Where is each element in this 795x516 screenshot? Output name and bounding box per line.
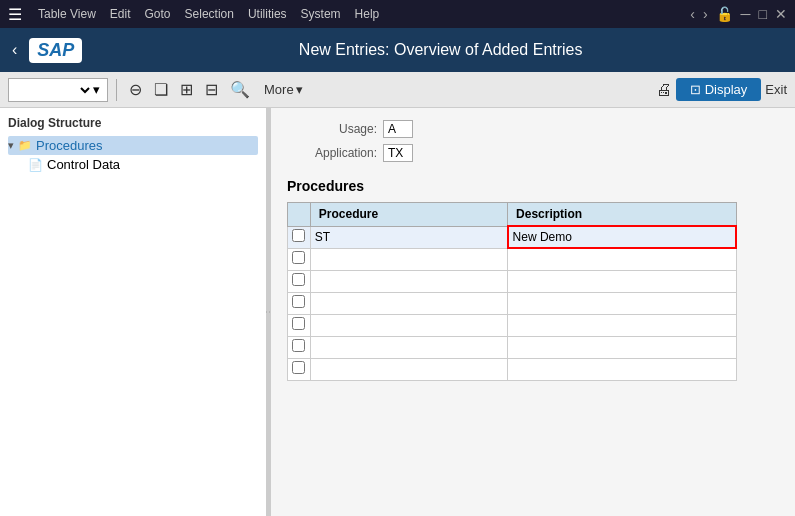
table-header-description: Description (508, 203, 736, 227)
toolbar-minus-button[interactable]: ⊖ (125, 78, 146, 101)
toolbar-grid-button[interactable]: ⊞ (176, 78, 197, 101)
row-procedure (310, 358, 507, 380)
row-checkbox[interactable] (292, 361, 305, 374)
row-checkbox[interactable] (292, 251, 305, 264)
nav-arrows: ‹ › 🔓 ─ □ ✕ (690, 6, 787, 22)
toolbar: ▾ ⊖ ❏ ⊞ ⊟ 🔍 More ▾ 🖨 ⊡ Display Exit (0, 72, 795, 108)
tree-folder-open-icon: 📁 (18, 139, 32, 152)
row-description[interactable] (508, 248, 736, 270)
sidebar-structure-title: Dialog Structure (8, 116, 258, 130)
row-checkbox[interactable] (292, 295, 305, 308)
row-description[interactable]: New Demo (508, 226, 736, 248)
display-label: Display (705, 82, 748, 97)
row-checkbox-cell (288, 270, 311, 292)
row-description[interactable] (508, 336, 736, 358)
row-description[interactable] (508, 270, 736, 292)
row-checkbox[interactable] (292, 339, 305, 352)
tree-folder-icon: 📄 (28, 158, 43, 172)
table-header-row: Procedure Description (288, 203, 737, 227)
toolbar-exit-button[interactable]: Exit (765, 82, 787, 97)
toolbar-copy-button[interactable]: ❏ (150, 78, 172, 101)
sidebar-control-data-label: Control Data (47, 157, 120, 172)
procedures-table: Procedure Description STNew Demo (287, 202, 737, 381)
usage-row: Usage: A (287, 120, 779, 138)
menu-goto[interactable]: Goto (145, 7, 171, 21)
toolbar-dropdown[interactable]: ▾ (8, 78, 108, 102)
row-checkbox[interactable] (292, 273, 305, 286)
row-checkbox[interactable] (292, 229, 305, 242)
toolbar-table-button[interactable]: ⊟ (201, 78, 222, 101)
row-procedure (310, 336, 507, 358)
toolbar-print-button[interactable]: 🖨 (656, 81, 672, 99)
more-chevron-icon: ▾ (296, 82, 303, 97)
table-header-procedure: Procedure (310, 203, 507, 227)
table-row (288, 336, 737, 358)
menu-selection[interactable]: Selection (185, 7, 234, 21)
row-procedure (310, 270, 507, 292)
nav-forward-arrow[interactable]: › (703, 6, 708, 22)
tree-expand-icon: ▾ (8, 139, 14, 152)
menu-help[interactable]: Help (355, 7, 380, 21)
row-checkbox-cell (288, 292, 311, 314)
row-description[interactable] (508, 314, 736, 336)
main-content: Dialog Structure ▾ 📁 Procedures 📄 Contro… (0, 108, 795, 516)
table-row (288, 314, 737, 336)
title-back-button[interactable]: ‹ (12, 41, 17, 59)
sidebar-item-control-data[interactable]: 📄 Control Data (8, 155, 258, 174)
toolbar-display-button[interactable]: ⊡ Display (676, 78, 762, 101)
toolbar-select[interactable] (13, 82, 93, 98)
sap-logo: SAP (29, 38, 82, 63)
table-header-checkbox (288, 203, 311, 227)
usage-label: Usage: (287, 122, 377, 136)
row-checkbox-cell (288, 226, 311, 248)
menu-table-view[interactable]: Table View (38, 7, 96, 21)
content-area: Usage: A Application: TX Procedures Proc… (271, 108, 795, 516)
application-label: Application: (287, 146, 377, 160)
row-checkbox[interactable] (292, 317, 305, 330)
row-description[interactable] (508, 292, 736, 314)
nav-close-icon[interactable]: ✕ (775, 6, 787, 22)
nav-minimize-icon[interactable]: ─ (741, 6, 751, 22)
procedures-section-title: Procedures (287, 178, 779, 194)
table-row (288, 358, 737, 380)
application-value: TX (383, 144, 413, 162)
toolbar-info-button[interactable]: 🔍 (226, 78, 254, 101)
hamburger-menu[interactable]: ☰ (8, 5, 22, 24)
menu-utilities[interactable]: Utilities (248, 7, 287, 21)
sidebar: Dialog Structure ▾ 📁 Procedures 📄 Contro… (0, 108, 267, 516)
usage-value: A (383, 120, 413, 138)
row-checkbox-cell (288, 336, 311, 358)
row-procedure (310, 248, 507, 270)
nav-maximize-icon[interactable]: □ (759, 6, 767, 22)
toolbar-more-button[interactable]: More ▾ (258, 80, 309, 99)
display-icon: ⊡ (690, 82, 701, 97)
nav-back-arrow[interactable]: ‹ (690, 6, 695, 22)
toolbar-separator-1 (116, 79, 117, 101)
row-checkbox-cell (288, 248, 311, 270)
table-row (288, 270, 737, 292)
nav-lock-icon[interactable]: 🔓 (716, 6, 733, 22)
row-description[interactable] (508, 358, 736, 380)
row-procedure (310, 314, 507, 336)
menu-edit[interactable]: Edit (110, 7, 131, 21)
table-row (288, 292, 737, 314)
row-checkbox-cell (288, 358, 311, 380)
dropdown-chevron-icon: ▾ (93, 82, 100, 97)
table-row (288, 248, 737, 270)
sap-logo-text: SAP (37, 40, 74, 60)
menu-items: Table View Edit Goto Selection Utilities… (38, 7, 379, 21)
row-procedure: ST (310, 226, 507, 248)
page-title: New Entries: Overview of Added Entries (98, 41, 783, 59)
sidebar-procedures-label: Procedures (36, 138, 102, 153)
row-checkbox-cell (288, 314, 311, 336)
menu-bar: ☰ Table View Edit Goto Selection Utiliti… (0, 0, 795, 28)
more-label: More (264, 82, 294, 97)
application-row: Application: TX (287, 144, 779, 162)
menu-system[interactable]: System (301, 7, 341, 21)
row-procedure (310, 292, 507, 314)
title-bar: ‹ SAP New Entries: Overview of Added Ent… (0, 28, 795, 72)
table-row: STNew Demo (288, 226, 737, 248)
sidebar-item-procedures[interactable]: ▾ 📁 Procedures (8, 136, 258, 155)
